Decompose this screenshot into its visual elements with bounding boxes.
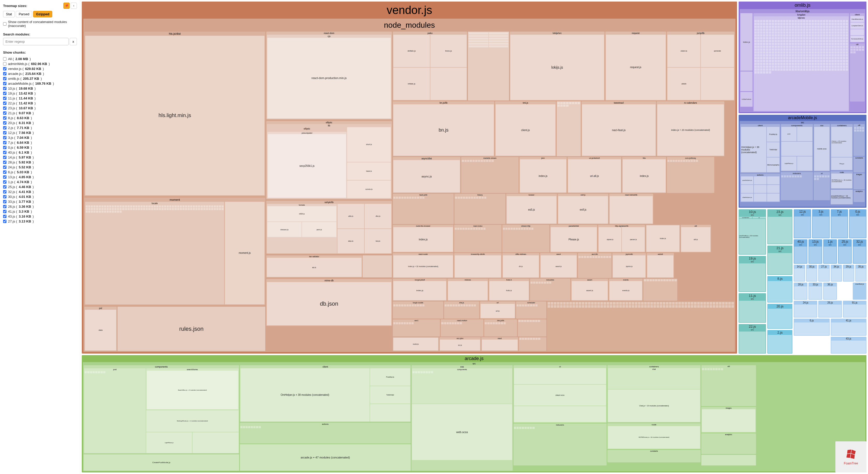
chunk-row[interactable]: 0.js (6.59 KB) [3, 145, 77, 150]
chunk-small[interactable]: manifest.js [853, 283, 866, 299]
chunk-checkbox[interactable] [3, 160, 6, 164]
chunk-checkbox[interactable] [3, 131, 6, 135]
chunk-row[interactable]: 24.js (5.52 KB) [3, 165, 77, 170]
chunk-checkbox[interactable] [3, 171, 6, 174]
chunk-row[interactable]: vendor.js (629.92 KB) [3, 66, 77, 71]
concat-modules-checkbox[interactable] [3, 22, 6, 26]
foamtree-logo[interactable]: FoamTree [835, 441, 866, 472]
chunk-small[interactable]: 28.js [794, 283, 807, 299]
chunk-small[interactable]: 12.jssrc [794, 209, 811, 238]
chunk-row[interactable]: 41.js (3.3 KB) [3, 209, 77, 214]
chunk-checkbox[interactable] [3, 116, 6, 120]
chunk-small[interactable]: 20.js [767, 304, 793, 329]
chunk-small[interactable]: 35.js [855, 265, 866, 282]
pin-button[interactable]: 📌 [63, 3, 70, 9]
chunk-row[interactable]: 40.js (6.1 KB) [3, 150, 77, 155]
chunk-row[interactable]: 23.js (10.67 KB) [3, 106, 77, 111]
chunk-row[interactable]: 21.js (9.07 KB) [3, 111, 77, 116]
chunk-row[interactable]: 22.js (11.42 KB) [3, 101, 77, 106]
chunk-small[interactable]: 91.js [843, 301, 866, 318]
chunk-small[interactable]: 2.js [767, 330, 793, 354]
chunk-checkbox[interactable] [3, 92, 6, 95]
chunk-arcade[interactable]: arcade.js src components post [82, 355, 866, 472]
chunk-checkbox[interactable] [3, 136, 6, 139]
chunk-row[interactable]: 10.js (19.68 KB) [3, 86, 77, 91]
chunk-row[interactable]: 28.js (5.92 KB) [3, 160, 77, 165]
chunk-row[interactable]: 12.js (7.56 KB) [3, 130, 77, 135]
chunk-small[interactable]: 14.js [794, 265, 805, 282]
chunk-small[interactable]: 34.js [831, 265, 842, 282]
chunk-checkbox[interactable] [3, 82, 6, 85]
chunk-row[interactable]: 20.js (8.31 KB) [3, 120, 77, 125]
chunk-row[interactable]: 14.js (5.97 KB) [3, 155, 77, 160]
chunk-small[interactable]: 29.js [843, 265, 854, 282]
chunk-arcade-mobile[interactable]: arcadeMobile.js src client OmHelper.js +… [739, 115, 866, 208]
chunk-small[interactable]: 27.js [818, 265, 830, 282]
chunk-row[interactable]: 33.js (3.77 KB) [3, 199, 77, 204]
chunk-row[interactable]: 3.js (7.04 KB) [3, 135, 77, 140]
chunk-small[interactable]: 21.js src [767, 245, 793, 275]
chunk-row[interactable]: 43.js (3.16 KB) [3, 214, 77, 219]
chunk-checkbox[interactable] [3, 220, 6, 223]
chunk-checkbox[interactable] [3, 77, 6, 80]
chunk-checkbox[interactable] [3, 146, 6, 149]
chunk-small[interactable]: 24.js [794, 301, 817, 318]
chunk-row[interactable]: 27.js (3.13 KB) [3, 219, 77, 224]
chunk-small[interactable]: 22.jssrc [739, 324, 766, 354]
chunk-small[interactable]: 11.jssrc [739, 293, 766, 323]
chunk-small[interactable]: 3.jssrc [812, 209, 830, 238]
chunk-checkbox[interactable] [3, 200, 6, 203]
chunk-small[interactable]: 13.jssrc [808, 239, 822, 263]
chunk-small[interactable]: 43.js [831, 337, 866, 354]
size-stat-button[interactable]: Stat [3, 11, 15, 17]
chunk-row[interactable]: 7.js (6.64 KB) [3, 140, 77, 145]
concat-modules-toggle[interactable]: Show content of concatenated modules (in… [3, 20, 77, 28]
chunk-row[interactable]: omlib.js (205.37 KB) [3, 76, 77, 81]
chunk-checkbox[interactable] [3, 205, 6, 208]
chunk-checkbox[interactable] [3, 151, 6, 154]
chunk-row[interactable]: 25.js (4.46 KB) [3, 184, 77, 189]
chunk-row[interactable]: 26.js (3.36 KB) [3, 204, 77, 209]
chunk-checkbox[interactable] [3, 141, 6, 144]
chunk-small[interactable]: 7.jssrc [831, 209, 848, 238]
chunk-small[interactable]: 26.js [818, 301, 842, 318]
chunk-row[interactable]: 19.js (13.42 KB) [3, 91, 77, 96]
chunk-checkbox[interactable] [3, 195, 6, 199]
chunk-checkbox[interactable] [3, 57, 6, 61]
chunk-row[interactable]: 8.js (8.63 KB) [3, 116, 77, 120]
chunk-omlib[interactable]: omlib.js libs/omlibjs index.js LDApiCode… [739, 2, 866, 113]
chunk-row[interactable]: 1.js (4.74 KB) [3, 179, 77, 184]
collapse-button[interactable]: ‹ [71, 3, 77, 9]
chunk-row[interactable]: 11.js (11.44 KB) [3, 96, 77, 101]
chunk-row[interactable]: 13.js (4.85 KB) [3, 175, 77, 179]
chunk-small[interactable]: 32.jssrc [853, 239, 866, 263]
treemap[interactable]: vendor.js node_modules hls.js/dist hls.l… [80, 0, 868, 474]
size-gzipped-button[interactable]: Gzipped [33, 11, 52, 17]
chunk-checkbox[interactable] [3, 156, 6, 159]
chunk-small[interactable]: 23.js src [767, 209, 793, 244]
chunk-checkbox[interactable] [3, 215, 6, 218]
chunk-row[interactable]: arcade.js (215.64 KB) [3, 71, 77, 76]
chunk-checkbox[interactable] [3, 107, 6, 110]
chunk-checkbox[interactable] [3, 97, 6, 100]
chunk-small[interactable]: 0.jssrc [849, 209, 866, 238]
chunk-checkbox[interactable] [3, 67, 6, 70]
chunk-row[interactable]: 30.js (4.01 KB) [3, 194, 77, 199]
chunk-checkbox[interactable] [3, 166, 6, 169]
chunk-row[interactable]: adminWeb.js (692.96 KB) [3, 61, 77, 66]
chunk-checkbox[interactable] [3, 62, 6, 65]
chunk-row[interactable]: 6.js (5.03 KB) [3, 170, 77, 175]
chunk-small[interactable]: 1.jssrc [823, 239, 837, 263]
chunk-checkbox[interactable] [3, 210, 6, 213]
chunk-small[interactable]: 6.js [794, 319, 830, 335]
chunk-checkbox[interactable] [3, 180, 6, 184]
chunk-row[interactable]: 32.js (4.41 KB) [3, 189, 77, 194]
chunk-checkbox[interactable] [3, 87, 6, 90]
chunk-small[interactable]: 25.jssrc [838, 239, 852, 263]
chunk-checkbox[interactable] [3, 126, 6, 129]
chunk-small[interactable]: 8.js [767, 276, 793, 302]
chunk-checkbox[interactable] [3, 121, 6, 125]
chunk-row[interactable]: arcadeMobile.js (169.76 KB) [3, 81, 77, 86]
chunk-checkbox[interactable] [3, 111, 6, 115]
chunk-row[interactable]: All (2.08 MB) [3, 56, 77, 61]
